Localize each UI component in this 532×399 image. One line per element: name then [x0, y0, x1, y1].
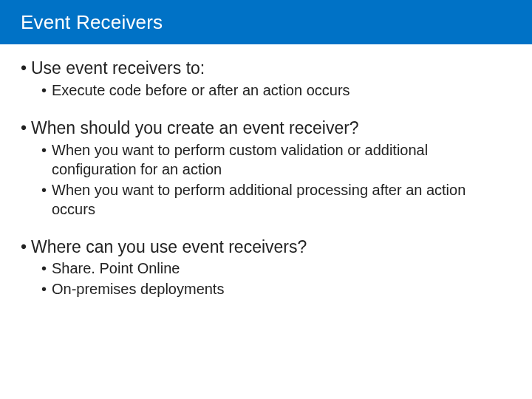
bullet-l2: • On-premises deployments — [41, 279, 502, 299]
sub-bullets: • Share. Point Online • On-premises depl… — [21, 259, 502, 299]
bullet-l2-text: On-premises deployments — [52, 279, 224, 299]
bullet-l1: • Use event receivers to: — [21, 58, 502, 79]
bullet-l1: • When should you create an event receiv… — [21, 117, 502, 139]
slide-content: • Use event receivers to: • Execute code… — [0, 44, 532, 299]
bullet-l2: • When you want to perform additional pr… — [41, 180, 502, 219]
slide-title: Event Receivers — [21, 11, 163, 34]
bullet-l2-text: Execute code before or after an action o… — [52, 81, 350, 100]
bullet-l2: • Share. Point Online — [41, 259, 502, 278]
bullet-l2-text: Share. Point Online — [52, 259, 180, 278]
section-use: • Use event receivers to: • Execute code… — [21, 58, 502, 100]
bullet-l1-text: Use event receivers to: — [31, 58, 205, 79]
bullet-icon: • — [21, 236, 31, 258]
bullet-icon: • — [41, 81, 52, 100]
bullet-l2: • Execute code before or after an action… — [41, 81, 502, 100]
bullet-l2-text: When you want to perform custom validati… — [52, 140, 502, 179]
sub-bullets: • Execute code before or after an action… — [21, 81, 502, 100]
sub-bullets: • When you want to perform custom valida… — [21, 140, 502, 219]
bullet-l2-text: When you want to perform additional proc… — [52, 180, 502, 219]
bullet-l2: • When you want to perform custom valida… — [41, 140, 502, 179]
title-bar: Event Receivers — [0, 0, 532, 44]
section-where: • Where can you use event receivers? • S… — [21, 236, 502, 299]
section-when: • When should you create an event receiv… — [21, 117, 502, 219]
bullet-l1-text: Where can you use event receivers? — [31, 236, 307, 258]
bullet-icon: • — [41, 259, 52, 278]
bullet-icon: • — [21, 58, 31, 79]
bullet-l1-text: When should you create an event receiver… — [31, 117, 359, 139]
bullet-l1: • Where can you use event receivers? — [21, 236, 502, 258]
bullet-icon: • — [41, 140, 52, 179]
bullet-icon: • — [21, 117, 31, 139]
bullet-icon: • — [41, 180, 52, 219]
bullet-icon: • — [41, 279, 52, 299]
